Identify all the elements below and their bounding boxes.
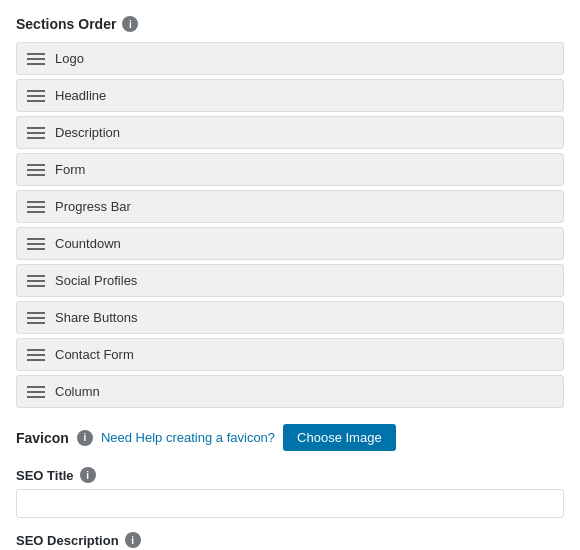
seo-title-label: SEO Title (16, 468, 74, 483)
item-label: Share Buttons (55, 310, 137, 325)
seo-description-label-row: SEO Description i (16, 532, 564, 548)
drag-handle-icon (27, 312, 45, 324)
seo-title-group: SEO Title i (16, 467, 564, 518)
sections-order-info-icon[interactable]: i (122, 16, 138, 32)
item-label: Logo (55, 51, 84, 66)
seo-description-group: SEO Description i (16, 532, 564, 548)
seo-title-input[interactable] (16, 489, 564, 518)
drag-handle-icon (27, 53, 45, 65)
sections-order-title: Sections Order (16, 16, 116, 32)
drag-handle-icon (27, 349, 45, 361)
list-item[interactable]: Headline (16, 79, 564, 112)
item-label: Progress Bar (55, 199, 131, 214)
list-item[interactable]: Column (16, 375, 564, 408)
list-item[interactable]: Description (16, 116, 564, 149)
drag-handle-icon (27, 275, 45, 287)
seo-title-info-icon[interactable]: i (80, 467, 96, 483)
drag-handle-icon (27, 201, 45, 213)
list-item[interactable]: Countdown (16, 227, 564, 260)
list-item[interactable]: Share Buttons (16, 301, 564, 334)
favicon-label: Favicon (16, 430, 69, 446)
item-label: Countdown (55, 236, 121, 251)
sections-order-header: Sections Order i (16, 16, 564, 32)
item-label: Headline (55, 88, 106, 103)
favicon-row: Favicon i Need Help creating a favicon? … (16, 424, 564, 451)
choose-image-button[interactable]: Choose Image (283, 424, 396, 451)
list-item[interactable]: Progress Bar (16, 190, 564, 223)
item-label: Form (55, 162, 85, 177)
list-item[interactable]: Logo (16, 42, 564, 75)
item-label: Description (55, 125, 120, 140)
drag-handle-icon (27, 127, 45, 139)
seo-description-label: SEO Description (16, 533, 119, 548)
drag-handle-icon (27, 90, 45, 102)
drag-handle-icon (27, 238, 45, 250)
favicon-info-icon[interactable]: i (77, 430, 93, 446)
seo-title-label-row: SEO Title i (16, 467, 564, 483)
seo-description-info-icon[interactable]: i (125, 532, 141, 548)
favicon-help-link[interactable]: Need Help creating a favicon? (101, 430, 275, 445)
item-label: Social Profiles (55, 273, 137, 288)
item-label: Column (55, 384, 100, 399)
drag-handle-icon (27, 164, 45, 176)
item-label: Contact Form (55, 347, 134, 362)
list-item[interactable]: Form (16, 153, 564, 186)
drag-handle-icon (27, 386, 45, 398)
sortable-list: Logo Headline Description Form Progress … (16, 42, 564, 408)
list-item[interactable]: Contact Form (16, 338, 564, 371)
list-item[interactable]: Social Profiles (16, 264, 564, 297)
